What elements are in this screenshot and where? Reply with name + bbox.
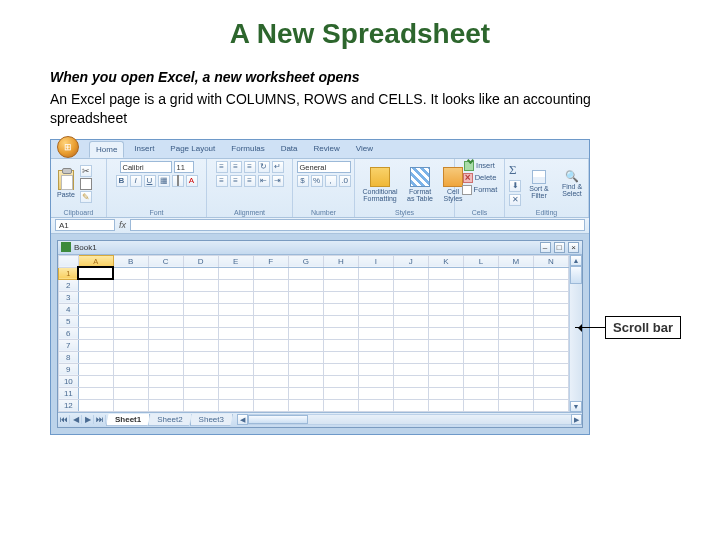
- cell[interactable]: [428, 327, 463, 339]
- cell[interactable]: [78, 267, 113, 279]
- border-button[interactable]: ▦: [158, 175, 170, 187]
- cell[interactable]: [288, 327, 323, 339]
- cell[interactable]: [113, 363, 148, 375]
- close-button[interactable]: ×: [568, 242, 579, 253]
- font-color-button[interactable]: A: [186, 175, 198, 187]
- cell[interactable]: [533, 279, 568, 291]
- cell[interactable]: [183, 315, 218, 327]
- cell[interactable]: [253, 291, 288, 303]
- cell[interactable]: [358, 399, 393, 411]
- cell[interactable]: [428, 315, 463, 327]
- cell[interactable]: [393, 375, 428, 387]
- fx-icon[interactable]: fx: [119, 220, 126, 230]
- scroll-right-button[interactable]: ▶: [571, 414, 582, 425]
- cell[interactable]: [113, 399, 148, 411]
- cell[interactable]: [428, 279, 463, 291]
- cell[interactable]: [218, 315, 253, 327]
- row-header[interactable]: 5: [59, 315, 79, 327]
- align-left-button[interactable]: ≡: [216, 175, 228, 187]
- cell[interactable]: [253, 267, 288, 279]
- orientation-button[interactable]: ↻: [258, 161, 270, 173]
- cell[interactable]: [498, 315, 533, 327]
- column-header[interactable]: J: [393, 255, 428, 267]
- ribbon-tab-page-layout[interactable]: Page Layout: [164, 141, 221, 158]
- cell[interactable]: [498, 291, 533, 303]
- cell[interactable]: [218, 363, 253, 375]
- cell[interactable]: [78, 339, 113, 351]
- scroll-up-button[interactable]: ▲: [570, 255, 582, 266]
- column-header[interactable]: C: [148, 255, 183, 267]
- cell[interactable]: [148, 327, 183, 339]
- cell[interactable]: [288, 315, 323, 327]
- cell[interactable]: [253, 387, 288, 399]
- column-header[interactable]: M: [498, 255, 533, 267]
- cell[interactable]: [253, 303, 288, 315]
- sheet-tab-sheet1[interactable]: Sheet1: [106, 414, 150, 426]
- formula-input[interactable]: [130, 219, 585, 231]
- cell[interactable]: [113, 267, 148, 279]
- cell[interactable]: [498, 339, 533, 351]
- cell[interactable]: [428, 399, 463, 411]
- cell[interactable]: [78, 327, 113, 339]
- format-cells-button[interactable]: Format: [462, 185, 498, 195]
- tab-nav-prev[interactable]: ◀: [70, 415, 82, 424]
- cell[interactable]: [533, 375, 568, 387]
- cell[interactable]: [148, 303, 183, 315]
- row-header[interactable]: 8: [59, 351, 79, 363]
- align-center-button[interactable]: ≡: [230, 175, 242, 187]
- cell[interactable]: [183, 327, 218, 339]
- font-size-select[interactable]: 11: [174, 161, 194, 173]
- cell[interactable]: [463, 327, 498, 339]
- cell[interactable]: [428, 303, 463, 315]
- percent-button[interactable]: %: [311, 175, 323, 187]
- find-select-button[interactable]: Find & Select: [557, 170, 587, 198]
- cell[interactable]: [533, 399, 568, 411]
- align-middle-button[interactable]: ≡: [230, 161, 242, 173]
- currency-button[interactable]: $: [297, 175, 309, 187]
- comma-button[interactable]: ,: [325, 175, 337, 187]
- cell[interactable]: [183, 291, 218, 303]
- cell[interactable]: [148, 339, 183, 351]
- cell[interactable]: [148, 375, 183, 387]
- spreadsheet-grid[interactable]: ABCDEFGHIJKLMN123456789101112: [58, 255, 569, 412]
- insert-cells-button[interactable]: Insert: [464, 161, 495, 171]
- cell[interactable]: [393, 399, 428, 411]
- merge-button[interactable]: ⇥: [272, 175, 284, 187]
- cell[interactable]: [463, 351, 498, 363]
- cell[interactable]: [253, 363, 288, 375]
- cell[interactable]: [218, 399, 253, 411]
- font-name-select[interactable]: Calibri: [120, 161, 172, 173]
- cell[interactable]: [113, 339, 148, 351]
- cell[interactable]: [218, 267, 253, 279]
- align-top-button[interactable]: ≡: [216, 161, 228, 173]
- cell[interactable]: [288, 291, 323, 303]
- cell[interactable]: [533, 291, 568, 303]
- cell[interactable]: [183, 399, 218, 411]
- cell[interactable]: [78, 375, 113, 387]
- column-header[interactable]: N: [533, 255, 568, 267]
- cell[interactable]: [288, 363, 323, 375]
- cell[interactable]: [323, 279, 358, 291]
- maximize-button[interactable]: □: [554, 242, 565, 253]
- cell[interactable]: [218, 279, 253, 291]
- column-header[interactable]: F: [253, 255, 288, 267]
- copy-button[interactable]: [80, 178, 92, 190]
- column-header[interactable]: B: [113, 255, 148, 267]
- cell[interactable]: [358, 375, 393, 387]
- cell[interactable]: [218, 351, 253, 363]
- column-header[interactable]: E: [218, 255, 253, 267]
- cell[interactable]: [78, 387, 113, 399]
- cell[interactable]: [463, 267, 498, 279]
- cell[interactable]: [288, 387, 323, 399]
- cell[interactable]: [463, 291, 498, 303]
- cell[interactable]: [323, 291, 358, 303]
- cell[interactable]: [113, 291, 148, 303]
- autosum-button[interactable]: Σ: [509, 162, 521, 178]
- ribbon-tab-view[interactable]: View: [350, 141, 379, 158]
- cell[interactable]: [288, 279, 323, 291]
- cell[interactable]: [78, 291, 113, 303]
- increase-decimal-button[interactable]: .0: [339, 175, 351, 187]
- cell[interactable]: [323, 399, 358, 411]
- fill-color-button[interactable]: [172, 175, 184, 187]
- italic-button[interactable]: I: [130, 175, 142, 187]
